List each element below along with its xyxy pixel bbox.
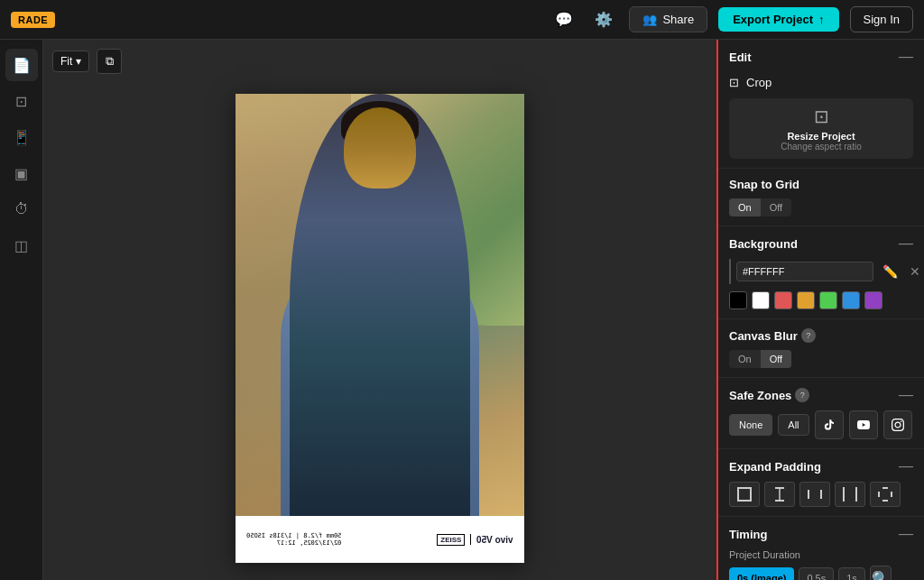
main-area: 📄 ⊡ 📱 ▣ ⏱ ◫ Fit ▾ ⧉: [0, 40, 924, 580]
pad-lr-button[interactable]: [799, 482, 830, 507]
fit-label: Fit: [60, 55, 72, 68]
edit-section-title: Edit: [729, 51, 752, 64]
remove-bg-icon-btn[interactable]: ✕: [904, 261, 924, 282]
background-section: Background — ✏️ ✕: [718, 226, 924, 319]
eyedropper-icon-btn[interactable]: ✏️: [879, 261, 901, 282]
svg-rect-5: [775, 500, 784, 502]
timing-header: Timing —: [729, 526, 913, 542]
sidebar-timer-icon[interactable]: ⏱: [5, 193, 38, 226]
share-icon: 👥: [642, 13, 657, 26]
sidebar-layers-icon[interactable]: ◫: [5, 229, 38, 262]
snap-grid-section: Snap to Grid On Off: [718, 169, 924, 226]
swatch-purple[interactable]: [864, 291, 882, 309]
safe-zones-help-icon[interactable]: ?: [795, 388, 809, 402]
canvas-blur-section: Canvas Blur ? On Off: [718, 319, 924, 378]
blur-off-button[interactable]: Off: [761, 350, 791, 368]
chat-icon-btn[interactable]: 💬: [550, 5, 578, 34]
svg-rect-3: [750, 487, 752, 502]
swatch-white[interactable]: [752, 291, 770, 309]
resize-card-icon: ⊡: [736, 106, 906, 127]
svg-rect-1: [737, 500, 752, 502]
timing-title: Timing: [729, 528, 767, 541]
share-button[interactable]: 👥 Share: [629, 6, 707, 32]
crop-icon: ⊡: [729, 76, 739, 89]
svg-rect-8: [820, 490, 822, 499]
crop-button[interactable]: ⊡ Crop: [729, 72, 913, 93]
zeiss-icon: ZEISS: [437, 534, 465, 546]
signin-button[interactable]: Sign In: [850, 6, 913, 32]
safe-zones-title: Safe Zones: [729, 389, 791, 402]
safe-zones-all-button[interactable]: All: [778, 414, 808, 436]
snap-toggle-group: On Off: [729, 198, 791, 216]
duplicate-icon: ⧉: [106, 54, 114, 69]
svg-rect-13: [878, 492, 880, 497]
bg-color-input[interactable]: [736, 262, 873, 281]
resize-project-card[interactable]: ⊡ Resize Project Change aspect ratio: [729, 98, 913, 159]
instagram-safe-zone-button[interactable]: [883, 410, 912, 439]
svg-rect-11: [882, 487, 888, 489]
svg-rect-7: [808, 490, 809, 499]
expand-padding-section: Expand Padding —: [718, 449, 924, 517]
youtube-safe-zone-button[interactable]: [849, 410, 878, 439]
sidebar-frame-icon[interactable]: ▣: [5, 157, 38, 189]
color-swatches: [729, 291, 913, 309]
sidebar-resize-icon[interactable]: ⊡: [5, 85, 38, 117]
dur-1s-button[interactable]: 1s: [838, 567, 865, 580]
dur-0s-button[interactable]: 0s (Image): [729, 567, 794, 580]
background-collapse-icon[interactable]: —: [899, 235, 913, 252]
pad-sides-button[interactable]: [835, 482, 865, 507]
duration-more-button[interactable]: 🔍: [870, 566, 892, 580]
logo-badge: RADE: [11, 12, 55, 28]
pad-custom-button[interactable]: [870, 482, 901, 507]
canvas-frame: 50mm f/2.8 | 1/318s ISO5002/13/2025, 12:…: [236, 94, 524, 563]
blur-toggle-group: On Off: [729, 350, 791, 368]
footer-camera-text: 50mm f/2.8 | 1/318s ISO5002/13/2025, 12:…: [246, 532, 341, 547]
search-dur-icon: 🔍: [872, 570, 890, 581]
svg-rect-14: [891, 492, 892, 497]
swatch-red[interactable]: [774, 291, 792, 309]
settings-icon-btn[interactable]: ⚙️: [589, 5, 618, 34]
blur-header: Canvas Blur ?: [729, 328, 816, 343]
tiktok-safe-zone-button[interactable]: [815, 410, 844, 439]
sidebar-phone-icon[interactable]: 📱: [5, 121, 38, 153]
duplicate-button[interactable]: ⧉: [97, 49, 122, 74]
edit-collapse-icon[interactable]: —: [899, 49, 913, 65]
timing-collapse-icon[interactable]: —: [899, 526, 913, 542]
canvas-area: Fit ▾ ⧉ 50mm f/2.8 | 1/318s ISO5002/13/2: [43, 40, 716, 580]
safe-zones-collapse-icon[interactable]: —: [899, 387, 913, 403]
blur-on-button[interactable]: On: [729, 350, 761, 368]
swatch-black[interactable]: [729, 291, 747, 309]
svg-rect-10: [855, 487, 857, 502]
bg-color-swatch[interactable]: [729, 259, 731, 284]
export-button[interactable]: Export Project ↑: [718, 7, 838, 32]
canvas-toolbar: Fit ▾ ⧉: [52, 49, 122, 74]
svg-rect-9: [843, 487, 845, 502]
svg-rect-4: [775, 487, 784, 489]
snap-off-button[interactable]: Off: [761, 198, 791, 216]
edit-section-header: Edit —: [729, 49, 913, 65]
canvas-blur-title: Canvas Blur: [729, 329, 798, 343]
svg-rect-12: [882, 500, 888, 502]
duration-row: 0s (Image) 0.5s 1s 🔍: [729, 566, 913, 580]
blur-toggle-row: On Off: [729, 350, 913, 368]
chevron-down-icon: ▾: [76, 55, 81, 68]
swatch-green[interactable]: [819, 291, 837, 309]
svg-rect-0: [737, 487, 752, 489]
pad-top-bottom-button[interactable]: [764, 482, 795, 507]
swatch-blue[interactable]: [842, 291, 860, 309]
svg-rect-2: [737, 487, 739, 502]
sidebar-page-icon[interactable]: 📄: [5, 49, 38, 81]
safe-zones-title-row: Safe Zones ?: [729, 388, 809, 402]
resize-card-subtitle: Change aspect ratio: [736, 142, 906, 152]
canvas-blur-help-icon[interactable]: ?: [801, 328, 816, 343]
swatch-orange[interactable]: [797, 291, 815, 309]
expand-padding-collapse-icon[interactable]: —: [899, 458, 913, 474]
snap-toggle-row: On Off: [729, 198, 913, 216]
pad-all-button[interactable]: [729, 482, 760, 507]
safe-zones-none-button[interactable]: None: [729, 414, 772, 436]
dur-05s-button[interactable]: 0.5s: [799, 567, 834, 580]
snap-on-button[interactable]: On: [729, 198, 761, 216]
background-section-header: Background —: [729, 235, 913, 252]
project-duration-label: Project Duration: [729, 549, 913, 560]
fit-dropdown[interactable]: Fit ▾: [52, 51, 89, 72]
